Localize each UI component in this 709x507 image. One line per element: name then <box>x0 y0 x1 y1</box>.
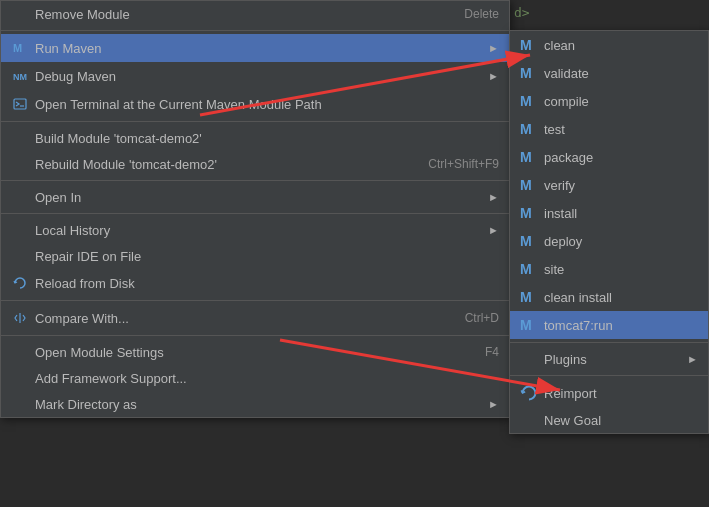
submenu-item-reimport[interactable]: Reimport <box>510 379 708 407</box>
maven-icon: M <box>11 39 29 57</box>
maven-icon: M <box>520 288 538 306</box>
menu-separator <box>1 213 509 214</box>
menu-item-label: Rebuild Module 'tomcat-demo2' <box>35 157 408 172</box>
reload-icon <box>11 274 29 292</box>
arrow-icon: ► <box>488 224 499 236</box>
menu-item-open-terminal[interactable]: Open Terminal at the Current Maven Modul… <box>1 90 509 118</box>
svg-text:M: M <box>520 317 532 333</box>
maven-icon: M <box>520 232 538 250</box>
submenu-item-label: deploy <box>544 234 582 249</box>
arrow-icon: ► <box>488 398 499 410</box>
menu-item-label: Open Module Settings <box>35 345 465 360</box>
submenu-item-site[interactable]: M site <box>510 255 708 283</box>
svg-text:M: M <box>13 42 22 54</box>
svg-text:M: M <box>520 93 532 109</box>
debug-maven-icon: NM <box>11 67 29 85</box>
maven-icon: M <box>520 176 538 194</box>
submenu-item-verify[interactable]: M verify <box>510 171 708 199</box>
submenu-item-clean-install[interactable]: M clean install <box>510 283 708 311</box>
menu-item-repair-ide[interactable]: Repair IDE on File <box>1 243 509 269</box>
menu-item-label: Run Maven <box>35 41 478 56</box>
menu-item-local-history[interactable]: Local History ► <box>1 217 509 243</box>
menu-item-run-maven[interactable]: M Run Maven ► <box>1 34 509 62</box>
reimport-icon <box>520 384 538 402</box>
menu-item-label: Debug Maven <box>35 69 478 84</box>
menu-item-reload-disk[interactable]: Reload from Disk <box>1 269 509 297</box>
svg-text:M: M <box>520 205 532 221</box>
menu-separator <box>510 342 708 343</box>
submenu-item-label: validate <box>544 66 589 81</box>
submenu-item-validate[interactable]: M validate <box>510 59 708 87</box>
menu-item-shortcut: Ctrl+Shift+F9 <box>428 157 499 171</box>
submenu-item-label: Plugins <box>544 352 587 367</box>
submenu-item-label: New Goal <box>544 413 601 428</box>
menu-item-debug-maven[interactable]: NM Debug Maven ► <box>1 62 509 90</box>
maven-icon: M <box>520 148 538 166</box>
maven-icon: M <box>520 64 538 82</box>
menu-item-shortcut: F4 <box>485 345 499 359</box>
submenu-item-label: site <box>544 262 564 277</box>
menu-item-label: Build Module 'tomcat-demo2' <box>35 131 499 146</box>
submenu-item-label: tomcat7:run <box>544 318 613 333</box>
maven-icon: M <box>520 92 538 110</box>
menu-item-open-module-settings[interactable]: Open Module Settings F4 <box>1 339 509 365</box>
menu-item-remove-module[interactable]: Remove Module Delete <box>1 1 509 27</box>
maven-icon: M <box>520 204 538 222</box>
submenu-item-clean[interactable]: M clean <box>510 31 708 59</box>
menu-separator <box>1 300 509 301</box>
menu-item-rebuild-module[interactable]: Rebuild Module 'tomcat-demo2' Ctrl+Shift… <box>1 151 509 177</box>
arrow-icon: ► <box>488 70 499 82</box>
menu-item-label: Reload from Disk <box>35 276 499 291</box>
menu-item-compare-with[interactable]: Compare With... Ctrl+D <box>1 304 509 332</box>
svg-text:M: M <box>520 289 532 305</box>
compare-icon <box>11 309 29 327</box>
svg-text:M: M <box>520 261 532 277</box>
menu-separator <box>1 121 509 122</box>
svg-text:M: M <box>520 149 532 165</box>
menu-item-mark-directory[interactable]: Mark Directory as ► <box>1 391 509 417</box>
maven-icon: M <box>520 36 538 54</box>
submenu-item-new-goal[interactable]: New Goal <box>510 407 708 433</box>
submenu-item-label: compile <box>544 94 589 109</box>
submenu-item-label: verify <box>544 178 575 193</box>
menu-item-shortcut: Delete <box>464 7 499 21</box>
maven-icon: M <box>520 120 538 138</box>
svg-text:M: M <box>520 233 532 249</box>
submenu-item-deploy[interactable]: M deploy <box>510 227 708 255</box>
arrow-icon: ► <box>488 191 499 203</box>
menu-item-label: Open In <box>35 190 478 205</box>
submenu-item-test[interactable]: M test <box>510 115 708 143</box>
arrow-icon: ► <box>488 42 499 54</box>
submenu-item-install[interactable]: M install <box>510 199 708 227</box>
menu-item-open-in[interactable]: Open In ► <box>1 184 509 210</box>
submenu-item-label: clean install <box>544 290 612 305</box>
menu-item-add-framework[interactable]: Add Framework Support... <box>1 365 509 391</box>
svg-text:M: M <box>520 121 532 137</box>
submenu-item-package[interactable]: M package <box>510 143 708 171</box>
menu-item-label: Add Framework Support... <box>35 371 499 386</box>
svg-text:M: M <box>520 37 532 53</box>
menu-separator <box>1 335 509 336</box>
submenu-item-label: clean <box>544 38 575 53</box>
svg-text:M: M <box>520 65 532 81</box>
menu-separator <box>510 375 708 376</box>
maven-icon: M <box>520 260 538 278</box>
svg-text:M: M <box>520 177 532 193</box>
terminal-icon <box>11 95 29 113</box>
svg-text:NM: NM <box>13 72 27 82</box>
menu-item-build-module[interactable]: Build Module 'tomcat-demo2' <box>1 125 509 151</box>
run-maven-submenu: M clean M validate M compile M test M pa… <box>509 30 709 434</box>
menu-item-label: Open Terminal at the Current Maven Modul… <box>35 97 499 112</box>
menu-separator <box>1 180 509 181</box>
submenu-item-compile[interactable]: M compile <box>510 87 708 115</box>
menu-item-shortcut: Ctrl+D <box>465 311 499 325</box>
submenu-item-label: Reimport <box>544 386 597 401</box>
submenu-item-label: package <box>544 150 593 165</box>
menu-item-label: Repair IDE on File <box>35 249 499 264</box>
submenu-item-tomcat7-run[interactable]: M tomcat7:run <box>510 311 708 339</box>
submenu-item-plugins[interactable]: Plugins ► <box>510 346 708 372</box>
menu-item-label: Local History <box>35 223 478 238</box>
submenu-item-label: test <box>544 122 565 137</box>
context-menu: Remove Module Delete M Run Maven ► NM De… <box>0 0 510 418</box>
menu-item-label: Remove Module <box>35 7 464 22</box>
